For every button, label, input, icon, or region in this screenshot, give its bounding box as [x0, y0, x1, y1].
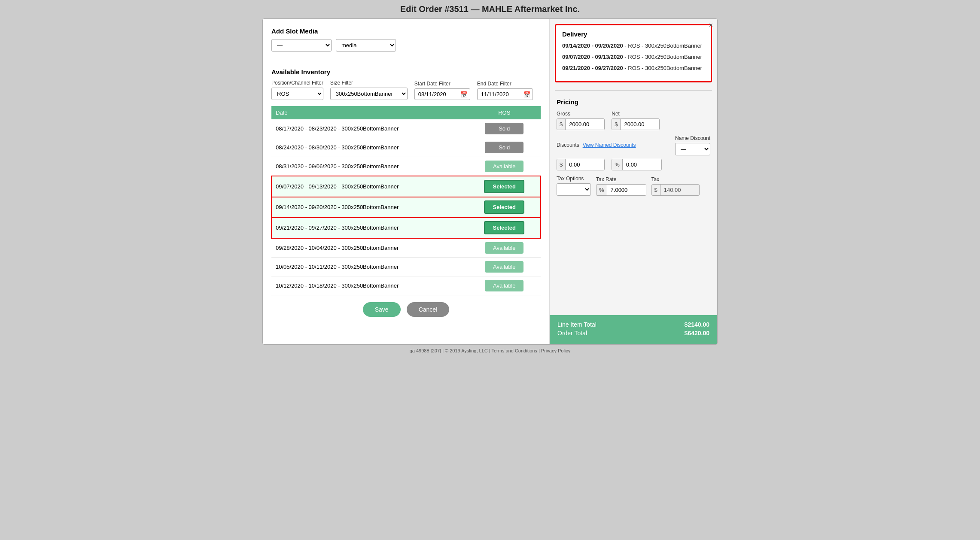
- row-date-cell: 08/31/2020 - 09/06/2020 - 300x250BottomB…: [271, 157, 468, 176]
- delivery-section: Delivery 09/14/2020 - 09/20/2020 - ROS -…: [555, 24, 712, 82]
- table-row: 09/21/2020 - 09/27/2020 - 300x250BottomB…: [271, 218, 541, 239]
- tax-options-label: Tax Options: [557, 176, 591, 182]
- discount-values-row: $ %: [557, 159, 710, 170]
- save-button[interactable]: Save: [363, 302, 401, 317]
- discount-dollar-group: $: [557, 159, 605, 170]
- row-status-cell: Available: [468, 276, 541, 295]
- line-item-total-label: Line Item Total: [557, 321, 597, 328]
- row-status-button[interactable]: Sold: [485, 142, 523, 153]
- end-date-input[interactable]: [477, 88, 533, 100]
- line-item-total-value: $2140.00: [685, 321, 709, 328]
- tax-rate-label: Tax Rate: [596, 176, 646, 182]
- table-row: 08/24/2020 - 08/30/2020 - 300x250BottomB…: [271, 138, 541, 157]
- start-date-input[interactable]: [414, 88, 470, 100]
- tax-options-select[interactable]: —: [557, 183, 591, 196]
- discounts-label-row: Discounts View Named Discounts Name Disc…: [557, 135, 710, 155]
- tax-rate-input[interactable]: [607, 185, 646, 195]
- table-row: 10/12/2020 - 10/18/2020 - 300x250BottomB…: [271, 276, 541, 295]
- table-row: 09/14/2020 - 09/20/2020 - 300x250BottomB…: [271, 197, 541, 218]
- name-discount-group: Name Discount —: [675, 135, 710, 155]
- net-label: Net: [612, 111, 660, 117]
- add-slot-title: Add Slot Media: [271, 27, 541, 35]
- cancel-button[interactable]: Cancel: [407, 302, 450, 317]
- net-dollar-sign: $: [612, 119, 621, 130]
- size-filter-group: Size Filter 300x250BottomBanner: [330, 80, 408, 100]
- col-date: Date: [271, 106, 468, 119]
- row-status-cell: Selected: [468, 176, 541, 197]
- row-status-button[interactable]: Available: [485, 161, 523, 172]
- name-discount-label: Name Discount: [675, 135, 710, 141]
- tax-options-group: Tax Options —: [557, 176, 591, 196]
- slot-select-2[interactable]: media: [336, 39, 396, 52]
- row-status-button[interactable]: Selected: [484, 200, 524, 214]
- page-title: Edit Order #3511 — MAHLE Aftermarket Inc…: [400, 4, 580, 14]
- net-input-wrap: $: [612, 118, 660, 130]
- totals-footer: Line Item Total $2140.00 Order Total $64…: [550, 315, 717, 344]
- close-button[interactable]: ×: [709, 21, 713, 29]
- tax-wrap: $: [651, 184, 700, 196]
- table-row: 09/07/2020 - 09/13/2020 - 300x250BottomB…: [271, 176, 541, 197]
- modal: × Add Slot Media — media Available Inven…: [262, 18, 718, 345]
- position-filter-select[interactable]: ROS: [271, 88, 323, 100]
- table-row: 10/05/2020 - 10/11/2020 - 300x250BottomB…: [271, 258, 541, 276]
- discount-percent-input[interactable]: [623, 159, 661, 170]
- start-date-filter-label: Start Date Filter: [414, 81, 470, 87]
- size-filter-select[interactable]: 300x250BottomBanner: [330, 88, 408, 100]
- right-divider: [555, 90, 712, 91]
- discounts-label: Discounts: [557, 142, 579, 148]
- table-row: 08/17/2020 - 08/23/2020 - 300x250BottomB…: [271, 119, 541, 138]
- tax-input: [660, 185, 699, 195]
- gross-group: Gross $: [557, 111, 605, 130]
- slot-select-1[interactable]: —: [271, 39, 332, 52]
- order-total-row: Order Total $6420.00: [557, 330, 709, 337]
- discount-percent-wrap: %: [612, 159, 662, 170]
- left-panel: Add Slot Media — media Available Invento…: [263, 19, 550, 344]
- view-named-discounts-link[interactable]: View Named Discounts: [583, 142, 636, 148]
- available-inventory-title: Available Inventory: [271, 68, 541, 76]
- row-status-button[interactable]: Selected: [484, 180, 524, 193]
- tax-group: Tax $: [651, 176, 700, 196]
- tax-dollar-sign: $: [652, 185, 660, 195]
- table-row: 09/28/2020 - 10/04/2020 - 300x250BottomB…: [271, 238, 541, 258]
- name-discount-select[interactable]: —: [675, 143, 710, 155]
- net-group: Net $: [612, 111, 660, 130]
- inventory-table: Date ROS 08/17/2020 - 08/23/2020 - 300x2…: [271, 106, 541, 295]
- delivery-item: 09/07/2020 - 09/13/2020 - ROS - 300x250B…: [562, 53, 705, 61]
- order-total-label: Order Total: [557, 330, 587, 337]
- tax-rate-group: Tax Rate %: [596, 176, 646, 196]
- net-input[interactable]: [621, 119, 659, 130]
- gross-label: Gross: [557, 111, 605, 117]
- row-status-cell: Available: [468, 238, 541, 258]
- start-date-wrap: 📅: [414, 88, 470, 100]
- discount-dollar-input[interactable]: [566, 159, 604, 170]
- tax-label: Tax: [651, 176, 700, 182]
- line-item-total-row: Line Item Total $2140.00: [557, 321, 709, 328]
- table-row: 08/31/2020 - 09/06/2020 - 300x250BottomB…: [271, 157, 541, 176]
- delivery-title: Delivery: [562, 30, 705, 38]
- end-date-filter-group: End Date Filter 📅: [477, 81, 533, 100]
- gross-input-wrap: $: [557, 118, 605, 130]
- discount-percent-group: %: [612, 159, 662, 170]
- row-status-cell: Available: [468, 157, 541, 176]
- row-status-button[interactable]: Available: [485, 280, 523, 291]
- row-status-button[interactable]: Available: [485, 261, 523, 273]
- end-date-filter-label: End Date Filter: [477, 81, 533, 87]
- start-date-filter-group: Start Date Filter 📅: [414, 81, 470, 100]
- row-date-cell: 08/17/2020 - 08/23/2020 - 300x250BottomB…: [271, 119, 468, 138]
- gross-input[interactable]: [566, 119, 604, 130]
- modal-footer: Save Cancel: [271, 295, 541, 321]
- row-date-cell: 08/24/2020 - 08/30/2020 - 300x250BottomB…: [271, 138, 468, 157]
- end-date-wrap: 📅: [477, 88, 533, 100]
- divider-1: [271, 62, 541, 62]
- tax-rate-wrap: %: [596, 184, 646, 196]
- row-date-cell: 09/14/2020 - 09/20/2020 - 300x250BottomB…: [271, 197, 468, 218]
- delivery-item: 09/14/2020 - 09/20/2020 - ROS - 300x250B…: [562, 42, 705, 50]
- row-date-cell: 10/12/2020 - 10/18/2020 - 300x250BottomB…: [271, 276, 468, 295]
- delivery-items: 09/14/2020 - 09/20/2020 - ROS - 300x250B…: [562, 42, 705, 73]
- row-status-button[interactable]: Available: [485, 242, 523, 254]
- row-status-button[interactable]: Sold: [485, 123, 523, 134]
- tax-row: Tax Options — Tax Rate % Tax $: [557, 176, 710, 196]
- row-date-cell: 09/28/2020 - 10/04/2020 - 300x250BottomB…: [271, 238, 468, 258]
- row-status-button[interactable]: Selected: [484, 221, 524, 234]
- row-status-cell: Sold: [468, 119, 541, 138]
